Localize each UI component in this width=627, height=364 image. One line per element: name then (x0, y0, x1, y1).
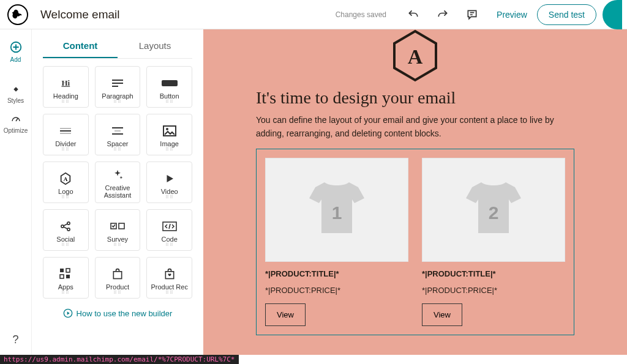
rail-optimize[interactable]: Optimize (0, 109, 32, 139)
page-title: Welcome email (40, 8, 120, 21)
help-button[interactable]: ? (12, 333, 18, 355)
product-image-placeholder[interactable]: 1 (265, 158, 408, 262)
preview-link[interactable]: Preview (497, 10, 527, 20)
svg-rect-13 (66, 275, 70, 278)
product-title: *|PRODUCT:TITLE|* (265, 269, 408, 278)
speech-bubble-icon (466, 9, 478, 21)
svg-rect-8 (119, 223, 124, 229)
block-spacer[interactable]: Spacer ⠿⠿ (95, 114, 141, 155)
howto-link[interactable]: How to use the new builder (43, 299, 192, 325)
blocks-scroll[interactable]: Hi Heading ⠿⠿ Paragraph ⠿⠿ Button ⠿⠿ (43, 59, 192, 355)
rail-styles[interactable]: Styles (0, 79, 32, 109)
block-survey[interactable]: Survey ⠿⠿ (95, 209, 141, 251)
svg-text:A: A (408, 45, 423, 68)
undo-icon (407, 9, 419, 21)
svg-text:1: 1 (332, 202, 342, 223)
plus-circle-icon (9, 40, 23, 54)
avatar[interactable] (603, 0, 622, 29)
image-icon (163, 124, 176, 138)
product-card: 2 *|PRODUCT:TITLE|* *|PRODUCT:PRICE|* Vi… (422, 158, 565, 326)
rail-optimize-label: Optimize (4, 127, 28, 134)
block-logo[interactable]: A Logo ⠿⠿ (43, 162, 89, 203)
svg-rect-11 (66, 269, 70, 272)
share-icon (59, 220, 72, 233)
rail-add[interactable]: Add (0, 35, 32, 68)
checkbox-icon (110, 220, 125, 233)
svg-text:2: 2 (489, 202, 499, 223)
play-icon (164, 172, 175, 185)
svg-text:A: A (64, 176, 68, 182)
gauge-icon (10, 114, 21, 125)
block-video[interactable]: Video ⠿⠿ (146, 162, 192, 203)
blocks-panel: Content Layouts Hi Heading ⠿⠿ Paragraph … (32, 29, 203, 355)
spacer-icon (111, 124, 124, 138)
sparkle-icon (111, 168, 124, 182)
heading-icon: Hi (61, 76, 70, 90)
top-bar: Welcome email Changes saved Preview Send… (0, 0, 627, 29)
hexagon-a-icon: A (59, 172, 72, 185)
send-test-button[interactable]: Send test (537, 4, 596, 25)
bag-heart-icon (163, 267, 176, 281)
view-product-button[interactable]: View (422, 303, 462, 326)
product-title: *|PRODUCT:TITLE|* (422, 269, 565, 278)
tab-layouts[interactable]: Layouts (118, 34, 192, 58)
side-rail: Add Styles Optimize ? (0, 29, 32, 355)
code-icon (162, 220, 177, 233)
block-heading[interactable]: Hi Heading ⠿⠿ (43, 66, 89, 108)
button-icon (162, 76, 178, 90)
svg-rect-14 (113, 272, 121, 279)
product-block-selected[interactable]: 1 *|PRODUCT:TITLE|* *|PRODUCT:PRICE|* Vi… (256, 149, 574, 335)
play-circle-icon (63, 308, 73, 318)
undo-button[interactable] (402, 4, 424, 26)
canvas-title[interactable]: It's time to design your email (256, 88, 574, 108)
redo-button[interactable] (432, 4, 454, 26)
svg-rect-10 (60, 269, 64, 272)
rail-styles-label: Styles (7, 97, 24, 104)
apps-grid-icon (59, 267, 72, 281)
block-product-rec[interactable]: Product Rec ⠿⠿ (146, 257, 192, 299)
email-logo-placeholder[interactable]: A (391, 29, 439, 82)
product-card: 1 *|PRODUCT:TITLE|* *|PRODUCT:PRICE|* Vi… (265, 158, 408, 326)
block-image[interactable]: Image ⠿⠿ (146, 114, 192, 155)
block-paragraph[interactable]: Paragraph ⠿⠿ (95, 66, 141, 108)
bag-icon (111, 267, 124, 281)
block-divider[interactable]: Divider ⠿⠿ (43, 114, 89, 155)
block-code[interactable]: Code ⠿⠿ (146, 209, 192, 251)
mailchimp-logo-icon[interactable] (7, 4, 28, 25)
block-social[interactable]: Social ⠿⠿ (43, 209, 89, 251)
product-price: *|PRODUCT:PRICE|* (422, 286, 565, 295)
howto-label: How to use the new builder (77, 309, 173, 318)
status-url-bar: https://us9.admin.mailchimp.com/email/*%… (0, 355, 239, 364)
redo-icon (437, 9, 449, 21)
svg-point-2 (166, 128, 168, 130)
canvas-description[interactable]: You can define the layout of your email … (256, 114, 568, 140)
block-apps[interactable]: Apps ⠿⠿ (43, 257, 89, 299)
view-product-button[interactable]: View (265, 303, 306, 326)
save-status: Changes saved (336, 10, 386, 19)
product-image-placeholder[interactable]: 2 (422, 158, 565, 262)
svg-rect-12 (60, 275, 64, 278)
block-product[interactable]: Product ⠿⠿ (95, 257, 141, 299)
email-canvas[interactable]: A It's time to design your email You can… (203, 29, 627, 355)
block-button[interactable]: Button ⠿⠿ (146, 66, 192, 108)
block-creative-assistant[interactable]: Creative Assistant ⠿⠿ (95, 162, 141, 203)
rail-add-label: Add (10, 56, 21, 63)
diamond-icon (10, 84, 21, 95)
product-price: *|PRODUCT:PRICE|* (265, 286, 408, 295)
tab-content[interactable]: Content (43, 34, 118, 58)
paragraph-icon (111, 76, 124, 90)
feedback-button[interactable] (461, 4, 483, 26)
divider-icon (59, 124, 72, 138)
